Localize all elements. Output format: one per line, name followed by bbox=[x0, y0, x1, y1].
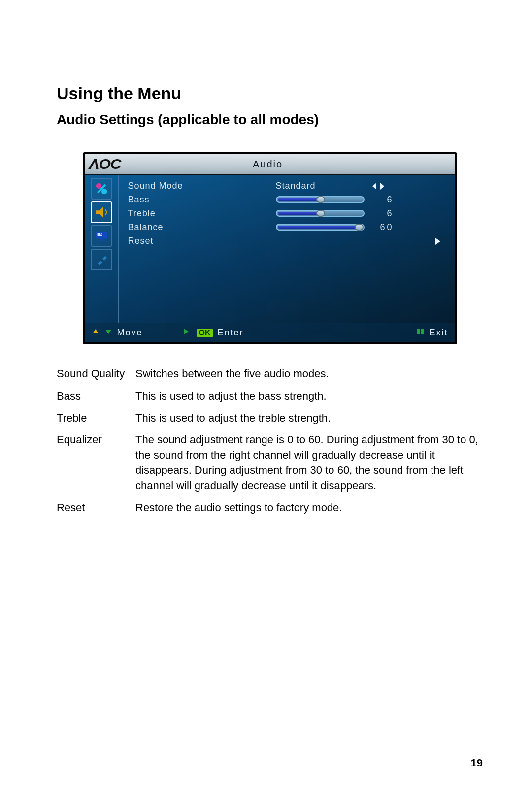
row-treble[interactable]: Treble 6 bbox=[128, 206, 448, 220]
definitions-list: Sound Quality Switches between the five … bbox=[57, 366, 483, 515]
value-bass: 6 bbox=[369, 195, 399, 205]
def-treble: Treble This is used to adjust the treble… bbox=[57, 411, 483, 426]
value-sound-mode: Standard bbox=[276, 181, 355, 191]
footer-exit-label: Exit bbox=[429, 328, 448, 338]
label-bass: Bass bbox=[128, 195, 217, 205]
osd-footer: Move OK Enter Exit bbox=[85, 323, 455, 342]
term: Bass bbox=[57, 389, 135, 404]
slider-treble[interactable] bbox=[276, 210, 365, 217]
def-reset: Reset Restore the audio settings to fact… bbox=[57, 500, 483, 516]
svg-point-0 bbox=[96, 183, 101, 189]
row-sound-mode[interactable]: Sound Mode Standard bbox=[128, 179, 448, 193]
left-right-arrows-icon[interactable] bbox=[360, 181, 389, 191]
desc: This is used to adjust the treble streng… bbox=[135, 411, 483, 426]
svg-rect-8 bbox=[421, 329, 424, 334]
svg-point-1 bbox=[101, 189, 107, 194]
def-equalizer: Equalizer The sound adjustment range is … bbox=[57, 433, 483, 493]
menu-icon bbox=[416, 328, 424, 338]
term: Sound Quality bbox=[57, 366, 135, 382]
row-balance[interactable]: Balance 60 bbox=[128, 220, 448, 234]
ok-badge-icon: OK bbox=[197, 329, 213, 337]
svg-rect-6 bbox=[100, 240, 103, 241]
value-treble: 6 bbox=[369, 208, 399, 219]
up-arrow-icon bbox=[92, 328, 100, 338]
tab-pc-icon[interactable]: PC bbox=[91, 225, 112, 247]
desc: The sound adjustment range is 0 to 60. D… bbox=[135, 433, 483, 493]
def-bass: Bass This is used to adjust the bass str… bbox=[57, 389, 483, 404]
osd-titlebar: ΛOC Audio bbox=[85, 154, 455, 175]
svg-text:PC: PC bbox=[100, 233, 103, 236]
desc: This is used to adjust the bass strength… bbox=[135, 389, 483, 404]
osd-screenshot: ΛOC Audio PC Sound Mode bbox=[83, 152, 457, 344]
slider-balance[interactable] bbox=[276, 224, 365, 231]
row-bass[interactable]: Bass 6 bbox=[128, 193, 448, 206]
down-arrow-icon bbox=[104, 328, 112, 338]
label-balance: Balance bbox=[128, 222, 217, 233]
value-balance: 60 bbox=[369, 222, 399, 233]
slider-bass[interactable] bbox=[276, 196, 365, 203]
footer-enter-label: Enter bbox=[218, 328, 244, 338]
row-reset[interactable]: Reset bbox=[128, 234, 448, 248]
label-reset: Reset bbox=[128, 236, 217, 246]
term: Reset bbox=[57, 500, 135, 516]
def-sound-quality: Sound Quality Switches between the five … bbox=[57, 366, 483, 382]
svg-rect-7 bbox=[417, 329, 420, 334]
aoc-logo: ΛOC bbox=[83, 156, 126, 172]
tab-audio-icon[interactable] bbox=[91, 201, 112, 223]
tab-picture-icon[interactable] bbox=[91, 178, 112, 200]
label-sound-mode: Sound Mode bbox=[128, 181, 217, 191]
osd-settings-list: Sound Mode Standard Bass 6 bbox=[119, 175, 455, 323]
footer-move-label: Move bbox=[117, 328, 143, 338]
right-arrow-green-icon bbox=[182, 328, 190, 338]
desc: Restore the audio settings to factory mo… bbox=[135, 500, 483, 516]
heading-using-the-menu: Using the Menu bbox=[57, 84, 483, 103]
term: Treble bbox=[57, 411, 135, 426]
heading-audio-settings: Audio Settings (applicable to all modes) bbox=[57, 112, 483, 128]
label-treble: Treble bbox=[128, 208, 217, 219]
tab-setup-icon[interactable] bbox=[91, 249, 112, 270]
term: Equalizer bbox=[57, 433, 135, 493]
desc: Switches between the five audio modes. bbox=[135, 366, 483, 382]
osd-title: Audio bbox=[125, 159, 455, 170]
page-number: 19 bbox=[471, 757, 483, 769]
osd-category-sidebar: PC bbox=[85, 175, 119, 323]
right-arrow-icon[interactable] bbox=[419, 236, 448, 246]
